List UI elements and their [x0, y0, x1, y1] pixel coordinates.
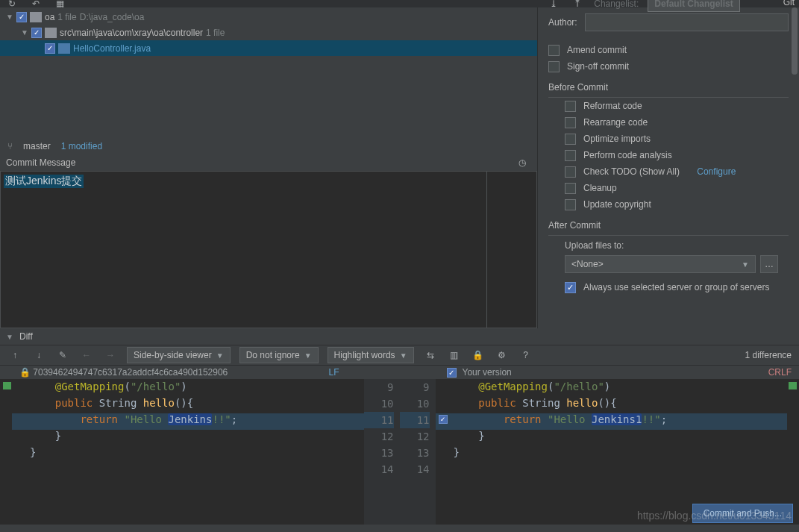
branch-name: master — [23, 141, 51, 151]
rearrange-checkbox[interactable] — [565, 117, 576, 128]
checkbox-root[interactable]: ✓ — [16, 12, 27, 22]
copyright-label: Update copyright — [583, 199, 651, 210]
reformat-label: Reformat code — [583, 101, 642, 111]
reformat-checkbox[interactable] — [565, 101, 576, 112]
caret-down-icon[interactable]: ▼ — [21, 28, 28, 37]
optimize-checkbox[interactable] — [565, 134, 576, 145]
diff-marker-icon — [789, 382, 797, 389]
left-revision: 7039462494747c6317a2addcf4c6ca490d152906 — [33, 367, 228, 378]
diff-summary: 1 difference — [745, 350, 792, 360]
prev-diff-icon[interactable]: ↑ — [7, 348, 22, 363]
diff-marker-icon — [3, 382, 11, 389]
nav-back-icon[interactable]: ← — [79, 348, 94, 363]
right-label: Your version — [463, 367, 512, 378]
module-icon — [30, 12, 42, 22]
cleanup-label: Cleanup — [583, 183, 617, 193]
analysis-checkbox[interactable] — [565, 150, 576, 161]
caret-down-icon[interactable]: ▼ — [6, 13, 13, 21]
left-code[interactable]: @GetMapping("/hello") public String hell… — [12, 379, 364, 525]
commit-message-input[interactable]: 测试Jenkins提交 — [0, 171, 537, 328]
branch-icon: ⑂ — [7, 141, 13, 151]
apply-change-checkbox[interactable]: ✓ — [439, 415, 448, 424]
changes-tree[interactable]: ▼ ✓ oa 1 file D:\java_code\oa ▼ ✓ src\ma… — [0, 7, 537, 138]
watermark: https://blog.csdn.net/u013343114 — [637, 510, 792, 522]
line-gutter: 9 10 11 12 13 14 9 10 11 ✓ 12 13 14 — [364, 379, 436, 525]
always-label: Always use selected server or group of s… — [583, 282, 769, 292]
configure-link[interactable]: Configure — [697, 166, 736, 177]
amend-label: Amend commit — [567, 45, 627, 55]
rearrange-label: Rearrange code — [583, 117, 648, 128]
highlight-dropdown[interactable]: Highlight words▼ — [328, 347, 414, 363]
checkbox-file[interactable]: ✓ — [45, 43, 55, 54]
tree-pkg-path: src\main\java\com\xray\oa\controller — [60, 28, 203, 38]
commit-message-title: Commit Message — [6, 157, 75, 168]
author-label: Author: — [548, 17, 577, 28]
class-icon — [58, 43, 70, 54]
folder-icon — [45, 28, 57, 38]
tree-root-path: D:\java_code\oa — [80, 12, 145, 22]
tree-root-count: 1 file — [57, 12, 76, 22]
scrollbar[interactable] — [790, 7, 799, 328]
author-input[interactable] — [585, 13, 789, 31]
right-eol: CRLF — [768, 367, 792, 378]
gear-icon[interactable]: ⚙ — [495, 348, 510, 363]
todo-checkbox[interactable] — [565, 166, 576, 178]
tree-root-name: oa — [45, 12, 54, 22]
edit-icon[interactable]: ✎ — [55, 348, 70, 363]
cleanup-checkbox[interactable] — [565, 183, 576, 194]
viewer-mode-dropdown[interactable]: Side-by-side viewer▼ — [127, 347, 231, 363]
todo-label: Check TODO (Show All) — [583, 166, 680, 177]
diff-viewer[interactable]: @GetMapping("/hello") public String hell… — [0, 379, 799, 525]
diff-title: Diff — [19, 331, 33, 342]
help-icon[interactable]: ? — [518, 348, 533, 363]
next-diff-icon[interactable]: ↓ — [31, 348, 46, 363]
modified-count[interactable]: 1 modified — [61, 141, 102, 151]
commit-message-text: 测试Jenkins提交 — [4, 175, 84, 188]
git-header: Git — [783, 0, 795, 7]
your-version-checkbox[interactable]: ✓ — [447, 368, 457, 378]
upload-combo[interactable]: <None>▼ — [565, 255, 756, 273]
left-eol: LF — [328, 367, 339, 378]
chevron-down-icon: ▼ — [742, 260, 749, 269]
right-code[interactable]: @GetMapping("/hello") public String hell… — [436, 379, 788, 525]
sync-scroll-icon[interactable]: ▥ — [447, 348, 462, 363]
lock-icon: 🔒 — [16, 367, 31, 378]
analysis-label: Perform code analysis — [583, 150, 672, 160]
after-commit-header: After Commit — [548, 217, 789, 236]
tree-pkg-count: 1 file — [206, 28, 225, 38]
optimize-label: Optimize imports — [583, 134, 651, 144]
upload-label: Upload files to: — [565, 240, 789, 251]
before-commit-header: Before Commit — [548, 79, 789, 98]
collapse-unchanged-icon[interactable]: ⇆ — [423, 348, 438, 363]
signoff-label: Sign-off commit — [567, 61, 629, 72]
lock-icon[interactable]: 🔒 — [471, 348, 486, 363]
tree-file-name[interactable]: HelloController.java — [73, 43, 151, 54]
nav-fwd-icon[interactable]: → — [103, 348, 118, 363]
ignore-dropdown[interactable]: Do not ignore▼ — [239, 347, 319, 363]
caret-down-icon[interactable]: ▼ — [6, 333, 13, 341]
checkbox-pkg[interactable]: ✓ — [31, 28, 42, 38]
always-checkbox[interactable]: ✓ — [565, 282, 576, 293]
signoff-checkbox[interactable] — [548, 61, 560, 72]
history-icon[interactable]: ◷ — [515, 155, 530, 170]
browse-button[interactable]: … — [760, 255, 778, 273]
amend-checkbox[interactable] — [548, 45, 560, 56]
copyright-checkbox[interactable] — [565, 199, 576, 210]
